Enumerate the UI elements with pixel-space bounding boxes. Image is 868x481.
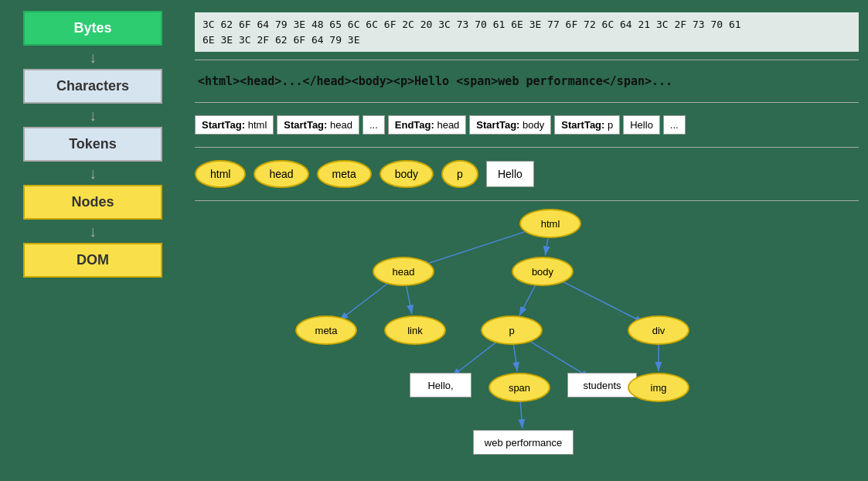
node-hello-text: Hello <box>486 161 534 187</box>
tokens-section: StartTag: html StartTag: head ... EndTag… <box>195 103 859 148</box>
svg-line-4 <box>407 286 412 315</box>
arrow-bytes-characters: ↓ <box>89 49 97 65</box>
dom-node-students: students <box>567 373 637 397</box>
tokens-box: Tokens <box>23 127 162 162</box>
token-startag-head: StartTag: head <box>277 115 359 135</box>
content-area: 3C 62 6F 64 79 3E 48 65 6C 6C 6F 2C 20 3… <box>186 0 868 481</box>
arrow-tokens-nodes: ↓ <box>89 165 97 181</box>
svg-line-3 <box>339 280 392 320</box>
dom-node-span: span <box>488 373 550 402</box>
token-startag-html: StartTag: html <box>195 115 274 135</box>
node-meta: meta <box>317 160 372 188</box>
dom-label: DOM <box>77 252 109 268</box>
dom-node-body: body <box>512 257 574 286</box>
nodes-box: Nodes <box>23 185 162 220</box>
node-html: html <box>195 160 246 188</box>
dom-node-web-performance: web performance <box>473 430 574 455</box>
dom-section: html head body meta link p div Hello, sp… <box>195 201 859 475</box>
node-head: head <box>254 160 308 188</box>
bytes-section: 3C 62 6F 64 79 3E 48 65 6C 6C 6F 2C 20 3… <box>195 6 859 60</box>
nodes-label: Nodes <box>71 194 114 210</box>
bytes-label: Bytes <box>73 20 111 36</box>
token-startag-p: StartTag: p <box>554 115 620 135</box>
characters-section: <html><head>...</head><body><p>Hello <sp… <box>195 60 859 103</box>
dom-node-hello-comma: Hello, <box>410 373 471 397</box>
dom-tree: html head body meta link p div Hello, sp… <box>195 201 859 475</box>
bytes-box: Bytes <box>23 11 162 46</box>
tokens-row: StartTag: html StartTag: head ... EndTag… <box>195 109 859 141</box>
dom-node-meta: meta <box>295 316 357 345</box>
characters-text: <html><head>...</head><body><p>Hello <sp… <box>195 67 859 96</box>
svg-line-11 <box>520 402 522 428</box>
nodes-row: html head meta body p Hello <box>195 154 859 194</box>
pipeline: Bytes ↓ Characters ↓ Tokens ↓ Nodes ↓ DO… <box>0 0 186 481</box>
node-p: p <box>441 160 478 188</box>
dom-box: DOM <box>23 243 162 278</box>
svg-line-7 <box>451 339 500 377</box>
tokens-label: Tokens <box>69 136 117 152</box>
svg-line-5 <box>519 285 536 316</box>
token-endtag-head: EndTag: head <box>388 115 467 135</box>
bytes-text: 3C 62 6F 64 79 3E 48 65 6C 6C 6F 2C 20 3… <box>195 12 859 52</box>
characters-label: Characters <box>56 78 129 94</box>
dom-node-html: html <box>519 209 581 238</box>
svg-line-9 <box>524 338 590 378</box>
dom-node-head: head <box>373 257 434 286</box>
main-container: Bytes ↓ Characters ↓ Tokens ↓ Nodes ↓ DO… <box>0 0 868 481</box>
svg-line-1 <box>419 228 536 267</box>
token-startag-body: StartTag: body <box>469 115 551 135</box>
svg-line-8 <box>514 345 518 371</box>
arrow-characters-tokens: ↓ <box>89 107 97 123</box>
dom-node-link: link <box>384 316 446 345</box>
dom-node-div: div <box>628 316 689 345</box>
token-ellipsis-1: ... <box>363 115 385 135</box>
svg-line-6 <box>556 278 644 323</box>
arrow-nodes-dom: ↓ <box>89 223 97 239</box>
token-hello: Hello <box>623 115 660 135</box>
dom-node-img: img <box>628 373 689 402</box>
characters-box: Characters <box>23 69 162 104</box>
node-body: body <box>380 160 434 188</box>
token-ellipsis-2: ... <box>663 115 686 135</box>
nodes-section: html head meta body p Hello <box>195 148 859 201</box>
dom-node-p: p <box>481 316 543 345</box>
svg-line-2 <box>545 238 548 256</box>
